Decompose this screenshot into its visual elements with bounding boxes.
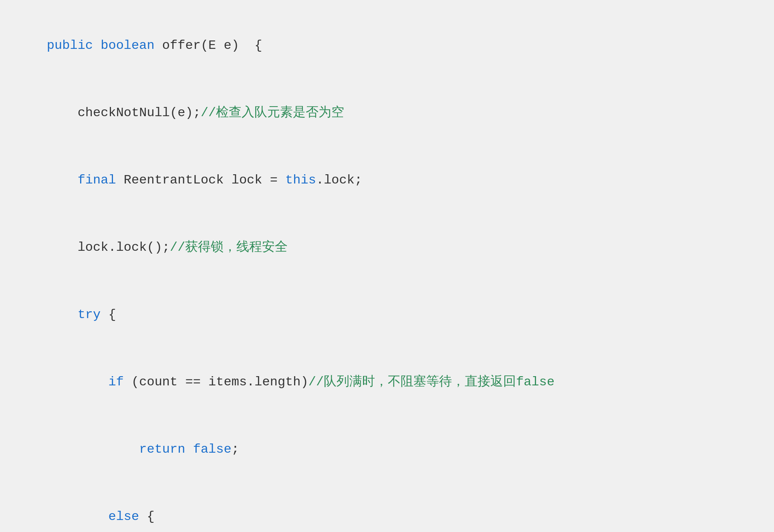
keyword-public: public boolean xyxy=(47,38,162,53)
keyword-final: final xyxy=(47,173,124,187)
code-line-5: try { xyxy=(16,281,758,349)
code-line-3: final ReentrantLock lock = this.lock; xyxy=(16,147,758,214)
code-text: checkNotNull(e); xyxy=(47,105,201,120)
code-text: offer(E e) { xyxy=(162,38,262,53)
code-text: { xyxy=(139,509,154,524)
code-line-6: if (count == items.length)//队列满时，不阻塞等待，直… xyxy=(16,349,758,416)
keyword-if: if xyxy=(47,375,124,389)
code-comment: //检查入队元素是否为空 xyxy=(201,105,344,120)
code-line-2: checkNotNull(e);//检查入队元素是否为空 xyxy=(16,79,758,147)
code-text: { xyxy=(101,307,116,322)
code-line-8: else { xyxy=(16,483,758,532)
keyword-else: else xyxy=(47,509,139,524)
code-comment: //队列满时，不阻塞等待，直接返回false xyxy=(308,375,554,389)
code-text: .lock; xyxy=(316,173,362,187)
keyword-return-false: return false xyxy=(47,442,232,457)
code-line-1: public boolean offer(E e) { xyxy=(16,12,758,79)
keyword-this: this xyxy=(285,173,316,187)
keyword-try: try xyxy=(47,307,101,322)
code-text: lock.lock(); xyxy=(47,240,170,255)
code-block: public boolean offer(E e) { checkNotNull… xyxy=(0,0,774,532)
code-text: ReentrantLock lock = xyxy=(124,173,285,187)
code-text: ; xyxy=(232,442,239,457)
code-line-7: return false; xyxy=(16,416,758,483)
code-comment: //获得锁，线程安全 xyxy=(170,240,288,255)
code-text: (count == items.length) xyxy=(124,375,308,389)
code-line-4: lock.lock();//获得锁，线程安全 xyxy=(16,214,758,281)
